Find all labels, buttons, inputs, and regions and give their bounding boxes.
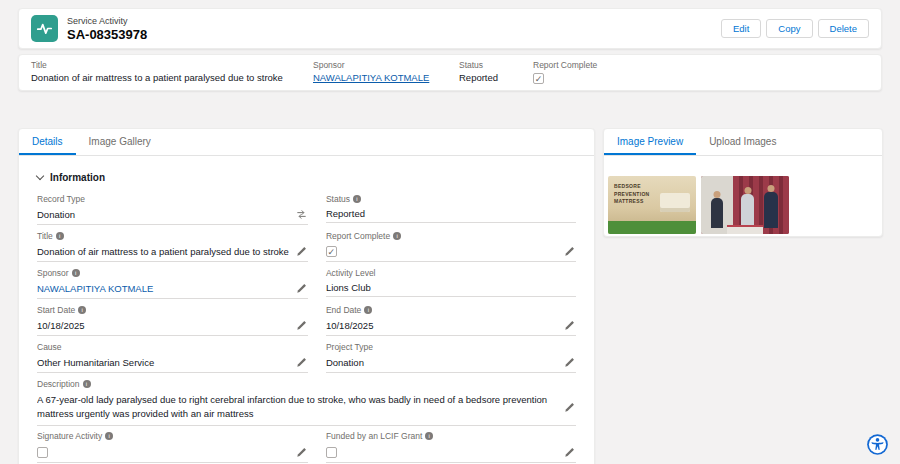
info-icon[interactable] bbox=[105, 432, 113, 440]
highlight-sponsor-label: Sponsor bbox=[313, 60, 447, 70]
highlight-status-label: Status bbox=[459, 60, 521, 70]
field-record-type: Record Type Donation bbox=[37, 193, 308, 225]
tab-upload-images[interactable]: Upload Images bbox=[696, 129, 789, 155]
field-sponsor: Sponsor NAWALAPITIYA KOTMALE bbox=[37, 267, 308, 299]
field-cause-value: Other Humanitarian Service bbox=[37, 357, 289, 368]
record-header-text: Service Activity SA-08353978 bbox=[67, 16, 147, 42]
edit-start-date-button[interactable] bbox=[295, 319, 308, 332]
field-activity-level-label: Activity Level bbox=[326, 268, 376, 278]
accessibility-person-icon bbox=[866, 433, 889, 456]
tab-details[interactable]: Details bbox=[19, 129, 76, 155]
field-report-complete-label: Report Complete bbox=[326, 231, 390, 241]
info-icon[interactable] bbox=[72, 269, 80, 277]
image-thumbnails: BEDSORE PREVENTION MATTRESS bbox=[608, 176, 789, 234]
field-cause-label: Cause bbox=[37, 342, 62, 352]
field-sponsor-link[interactable]: NAWALAPITIYA KOTMALE bbox=[37, 283, 289, 294]
field-start-date: Start Date 10/18/2025 bbox=[37, 304, 308, 336]
info-icon[interactable] bbox=[78, 306, 86, 314]
field-end-date-label: End Date bbox=[326, 305, 361, 315]
field-title-value: Donation of air mattress to a patient pa… bbox=[37, 246, 289, 257]
field-start-date-label: Start Date bbox=[37, 305, 75, 315]
highlight-title: Title Donation of air mattress to a pati… bbox=[31, 60, 313, 85]
highlight-sponsor: Sponsor NAWALAPITIYA KOTMALE bbox=[313, 60, 459, 85]
edit-report-complete-button[interactable] bbox=[563, 245, 576, 258]
mattress-graphic bbox=[660, 193, 690, 212]
record-header: Service Activity SA-08353978 Edit Copy D… bbox=[18, 8, 882, 49]
field-project-type-value: Donation bbox=[326, 357, 557, 368]
highlight-status-value: Reported bbox=[459, 72, 521, 83]
highlight-report-complete-label: Report Complete bbox=[533, 60, 597, 70]
edit-project-type-button[interactable] bbox=[563, 356, 576, 369]
info-icon[interactable] bbox=[56, 232, 64, 240]
edit-cause-button[interactable] bbox=[295, 356, 308, 369]
field-description: Description A 67-year-old lady paralysed… bbox=[37, 378, 576, 426]
person-figure bbox=[741, 194, 754, 228]
field-status-value: Reported bbox=[326, 208, 576, 219]
green-strip bbox=[608, 221, 696, 234]
highlight-report-complete: Report Complete bbox=[533, 60, 609, 85]
field-description-label: Description bbox=[37, 379, 80, 389]
field-activity-level-value: Lions Club bbox=[326, 282, 576, 293]
field-signature-activity: Signature Activity bbox=[37, 431, 308, 463]
highlight-sponsor-link[interactable]: NAWALAPITIYA KOTMALE bbox=[313, 72, 447, 83]
field-end-date-value: 10/18/2025 bbox=[326, 320, 557, 331]
person-figure bbox=[711, 198, 723, 228]
field-title-label: Title bbox=[37, 231, 53, 241]
delete-button[interactable]: Delete bbox=[818, 19, 869, 39]
activity-pulse-icon bbox=[36, 20, 53, 37]
edit-signature-activity-button[interactable] bbox=[295, 446, 308, 459]
person-figure bbox=[764, 192, 778, 228]
highlight-report-complete-checkbox bbox=[533, 73, 544, 84]
tab-image-preview[interactable]: Image Preview bbox=[604, 129, 696, 155]
signature-activity-checkbox bbox=[37, 447, 48, 458]
field-status-label: Status bbox=[326, 194, 350, 204]
field-start-date-value: 10/18/2025 bbox=[37, 320, 289, 331]
info-icon[interactable] bbox=[353, 195, 361, 203]
change-record-type-icon[interactable] bbox=[295, 208, 308, 221]
field-project-type-label: Project Type bbox=[326, 342, 373, 352]
field-report-complete: Report Complete bbox=[326, 230, 576, 262]
report-complete-checkbox bbox=[326, 246, 337, 257]
edit-lcif-grant-button[interactable] bbox=[563, 446, 576, 459]
edit-end-date-button[interactable] bbox=[563, 319, 576, 332]
info-icon[interactable] bbox=[83, 380, 91, 388]
info-icon[interactable] bbox=[425, 432, 433, 440]
section-information-title: Information bbox=[50, 172, 105, 183]
image-panel-tabs: Image Preview Upload Images bbox=[604, 129, 882, 156]
record-actions: Edit Copy Delete bbox=[721, 19, 869, 39]
record-detail-panel: Details Image Gallery Information Record… bbox=[18, 128, 595, 464]
information-field-grid: Record Type Donation Status Reported bbox=[37, 193, 576, 463]
handover-ceremony-photo[interactable] bbox=[701, 176, 789, 234]
field-status: Status Reported bbox=[326, 193, 576, 225]
highlight-status: Status Reported bbox=[459, 60, 533, 85]
edit-sponsor-button[interactable] bbox=[295, 282, 308, 295]
lcif-grant-checkbox bbox=[326, 447, 337, 458]
field-project-type: Project Type Donation bbox=[326, 341, 576, 373]
field-record-type-value: Donation bbox=[37, 209, 289, 220]
record-name: SA-08353978 bbox=[67, 27, 147, 42]
details-body: Information Record Type Donation Status bbox=[19, 156, 594, 464]
field-sponsor-label: Sponsor bbox=[37, 268, 69, 278]
detail-tabs: Details Image Gallery bbox=[19, 129, 594, 156]
section-information[interactable]: Information bbox=[37, 172, 576, 183]
display-table bbox=[727, 225, 763, 234]
mattress-box-photo[interactable]: BEDSORE PREVENTION MATTRESS bbox=[608, 176, 696, 234]
copy-button[interactable]: Copy bbox=[766, 19, 812, 39]
image-preview-panel: Image Preview Upload Images BEDSORE PREV… bbox=[603, 128, 883, 237]
info-icon[interactable] bbox=[364, 306, 372, 314]
field-title: Title Donation of air mattress to a pati… bbox=[37, 230, 308, 262]
service-activity-icon bbox=[31, 15, 58, 42]
chevron-down-icon bbox=[36, 172, 44, 180]
accessibility-widget-button[interactable] bbox=[866, 433, 889, 456]
field-record-type-label: Record Type bbox=[37, 194, 85, 204]
highlight-title-value: Donation of air mattress to a patient pa… bbox=[31, 72, 301, 83]
highlights-panel: Title Donation of air mattress to a pati… bbox=[18, 54, 882, 91]
tab-image-gallery[interactable]: Image Gallery bbox=[76, 129, 164, 155]
edit-description-button[interactable] bbox=[563, 401, 576, 414]
field-signature-activity-label: Signature Activity bbox=[37, 431, 102, 441]
highlight-title-label: Title bbox=[31, 60, 301, 70]
edit-button[interactable]: Edit bbox=[721, 19, 761, 39]
info-icon[interactable] bbox=[393, 232, 401, 240]
edit-title-button[interactable] bbox=[295, 245, 308, 258]
field-description-value: A 67-year-old lady paralysed due to righ… bbox=[37, 393, 557, 422]
